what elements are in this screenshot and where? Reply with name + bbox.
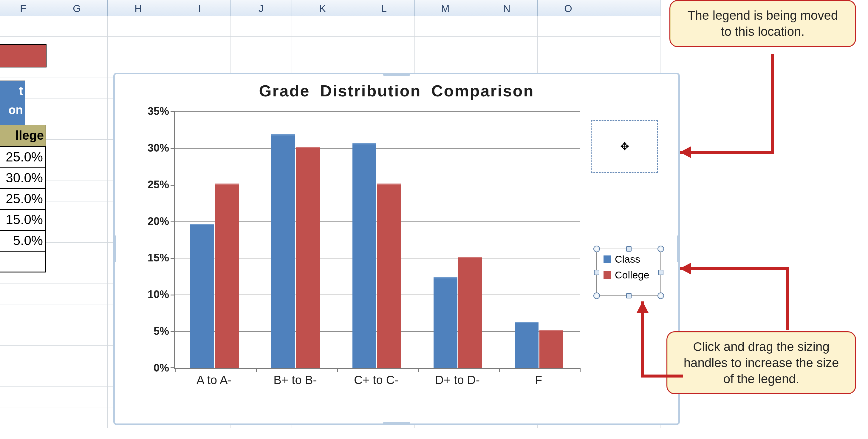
- chart-frame-handle-bottom[interactable]: [383, 422, 410, 424]
- chart-frame-handle-right[interactable]: [677, 235, 679, 262]
- y-tick-label: 30%: [148, 142, 169, 154]
- chart-legend[interactable]: Class College: [596, 248, 661, 296]
- column-header[interactable]: I: [169, 0, 230, 16]
- legend-swatch-icon: [603, 271, 611, 279]
- data-column-fragment: 25.0% 30.0% 25.0% 15.0% 5.0%: [0, 147, 46, 272]
- y-tick-label: 35%: [148, 105, 169, 118]
- y-tick-label: 5%: [154, 325, 169, 338]
- bar-class[interactable]: [434, 277, 457, 368]
- y-tick-label: 15%: [148, 252, 169, 264]
- legend-drop-target[interactable]: ✥: [591, 120, 658, 173]
- plot-area[interactable]: [174, 111, 580, 369]
- column-header[interactable]: N: [476, 0, 538, 16]
- resize-handle-bottom-right[interactable]: [657, 292, 664, 299]
- cell-fragment-olive: llege: [0, 125, 46, 147]
- callout-top: The legend is being moved to this locati…: [670, 0, 856, 47]
- bar-college[interactable]: [215, 183, 239, 368]
- bar-class[interactable]: [271, 134, 295, 368]
- cell-value[interactable]: 25.0%: [0, 189, 46, 210]
- bar-college[interactable]: [539, 330, 563, 368]
- bar-college[interactable]: [377, 183, 401, 368]
- x-axis-labels: A to A- B+ to B- C+ to C- D+ to D- F: [174, 371, 579, 392]
- column-header[interactable]: G: [46, 0, 107, 16]
- y-tick-label: 0%: [154, 362, 169, 374]
- cell-text: t: [0, 81, 23, 100]
- y-tick-label: 20%: [148, 215, 169, 228]
- callout-bottom: Click and drag the sizing handles to inc…: [666, 331, 856, 394]
- y-tick-label: 10%: [148, 288, 169, 301]
- chart-frame-handle-top[interactable]: [383, 74, 410, 76]
- bar-class[interactable]: [352, 143, 376, 368]
- resize-handle-left[interactable]: [594, 270, 599, 275]
- chart-title[interactable]: Grade Distribution Comparison: [120, 79, 673, 100]
- column-header-row: F G H I J K L M N O: [0, 0, 683, 16]
- chart-object[interactable]: Grade Distribution Comparison 0% 5% 10% …: [113, 73, 680, 425]
- move-cursor-icon: ✥: [620, 145, 628, 148]
- x-tick-label: A to A-: [183, 373, 245, 387]
- legend-label: Class: [615, 253, 640, 265]
- cell-value[interactable]: 25.0%: [0, 147, 46, 168]
- column-header[interactable]: J: [230, 0, 292, 16]
- x-tick-label: C+ to C-: [345, 373, 408, 387]
- plot-zone: 0% 5% 10% 15% 20% 25% 30% 35%: [138, 111, 582, 395]
- column-header[interactable]: [599, 0, 660, 16]
- column-header[interactable]: O: [538, 0, 599, 16]
- y-tick-label: 25%: [148, 178, 169, 191]
- resize-handle-top[interactable]: [626, 246, 631, 252]
- column-header[interactable]: M: [415, 0, 476, 16]
- bar-college[interactable]: [458, 257, 482, 368]
- resize-handle-top-left[interactable]: [593, 245, 600, 252]
- legend-label: College: [615, 269, 649, 281]
- x-tick-label: D+ to D-: [426, 373, 489, 387]
- bar-class[interactable]: [515, 322, 538, 368]
- cell-fragment-blue: t on: [0, 81, 25, 125]
- resize-handle-right[interactable]: [658, 270, 663, 275]
- cell-fragment-red: [0, 44, 46, 67]
- bar-college[interactable]: [296, 147, 320, 368]
- legend-entry-college[interactable]: College: [597, 265, 660, 281]
- cell-value[interactable]: 15.0%: [0, 210, 46, 231]
- cell-empty[interactable]: [0, 252, 46, 272]
- column-header[interactable]: L: [353, 0, 415, 16]
- x-tick-label: F: [507, 373, 570, 387]
- cell-text: on: [0, 100, 23, 119]
- column-header[interactable]: K: [292, 0, 353, 16]
- resize-handle-bottom-left[interactable]: [593, 292, 600, 299]
- legend-swatch-icon: [603, 256, 611, 263]
- column-header[interactable]: F: [0, 0, 46, 16]
- column-header[interactable]: H: [107, 0, 169, 16]
- bar-class[interactable]: [190, 224, 214, 368]
- chart-frame-handle-left[interactable]: [114, 235, 116, 262]
- resize-handle-top-right[interactable]: [657, 245, 664, 252]
- cell-value[interactable]: 30.0%: [0, 168, 46, 189]
- x-tick-label: B+ to B-: [264, 373, 327, 387]
- chart-area[interactable]: Grade Distribution Comparison 0% 5% 10% …: [120, 79, 673, 419]
- y-axis-labels: 0% 5% 10% 15% 20% 25% 30% 35%: [138, 111, 171, 368]
- cell-value[interactable]: 5.0%: [0, 231, 46, 252]
- resize-handle-bottom[interactable]: [626, 293, 631, 298]
